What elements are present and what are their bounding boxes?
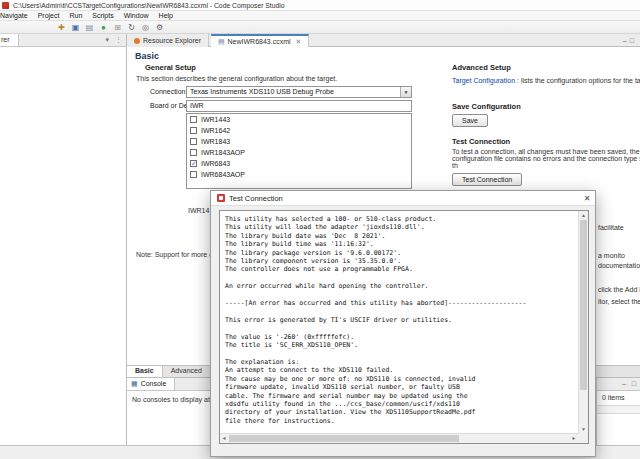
test-connection-button[interactable]: Test Connection	[452, 173, 522, 186]
target-configuration-link[interactable]: Target Configuration	[452, 77, 515, 84]
console-tab-label: Console	[141, 380, 167, 387]
checkbox-iwr1642[interactable]	[190, 127, 197, 134]
help-text-fragment: a monito	[598, 252, 625, 259]
new-file-icon[interactable]: ✚	[56, 22, 67, 33]
help-text-fragment: click the Add Bu	[598, 286, 640, 293]
device-list[interactable]: IWR1443IWR1642IWR1843IWR1843AOP✓IWR6843I…	[186, 113, 412, 189]
maximize-icon[interactable]: □	[630, 37, 637, 44]
tab-resource-explorer[interactable]: Resource Explorer	[127, 34, 209, 47]
menu-run[interactable]: Run	[64, 11, 87, 20]
checkbox-iwr1443[interactable]	[190, 116, 197, 123]
tab-close-icon[interactable]: ✕	[296, 38, 302, 46]
scroll-right-icon[interactable]: ►	[570, 434, 578, 443]
scrollbar-thumb[interactable]	[229, 435, 459, 442]
device-row-iwr6843aop[interactable]: IWR6843AOP	[187, 169, 411, 180]
problems-count: 0 items	[602, 394, 625, 401]
ccs-red-icon	[217, 194, 225, 202]
menu-project[interactable]: Project	[33, 11, 65, 20]
help-text-fragment: documentatio	[598, 262, 640, 269]
device-row-iwr6843[interactable]: ✓IWR6843	[187, 158, 411, 169]
window-titlebar: C:\Users\Admin\ti\CCSTargetConfiguration…	[0, 0, 640, 11]
test-connection-description: To test a connection, all changes must h…	[452, 148, 640, 169]
horizontal-scrollbar[interactable]: ◄ ►	[220, 433, 578, 443]
scroll-up-icon[interactable]: ▲	[579, 211, 588, 219]
resource-explorer-icon	[134, 38, 140, 44]
search-icon[interactable]: ◎	[140, 22, 151, 33]
debug-icon[interactable]: ●	[98, 22, 109, 33]
connection-value: Texas Instruments XDS110 USB Debug Probe	[190, 88, 334, 95]
vertical-scrollbar[interactable]: ▲ ▼	[578, 211, 588, 433]
device-row-iwr1843[interactable]: IWR1843	[187, 136, 411, 147]
window-title: C:\Users\Admin\ti\CCSTargetConfiguration…	[13, 2, 285, 9]
device-label: IWR6843AOP	[201, 171, 245, 178]
board-or-device-input[interactable]: IWR	[186, 100, 412, 112]
advanced-setup-text: Target Configuration : lists the configu…	[452, 77, 640, 84]
scrollbar-corner	[578, 433, 588, 443]
scroll-left-icon[interactable]: ◄	[220, 434, 228, 443]
device-row-iwr1443[interactable]: IWR1443	[187, 114, 411, 125]
menu-items: NavigateProjectRunScriptsWindowHelp	[0, 12, 178, 19]
dialog-titlebar[interactable]: Test Connection ✕	[211, 191, 595, 206]
tab-newiwr6843-ccxml[interactable]: ▤ NewIWR6843.ccxml ✕	[211, 34, 310, 47]
panel-stack-controls[interactable]: – □	[622, 380, 638, 387]
save-icon[interactable]: ▣	[70, 22, 81, 33]
general-setup-heading: General Setup	[145, 63, 196, 72]
tab-label: NewIWR6843.ccxml	[228, 38, 291, 45]
menu-navigate[interactable]: Navigate	[0, 11, 33, 20]
editor-tabbar: Resource Explorer ▤ NewIWR6843.ccxml ✕ –…	[127, 34, 640, 47]
project-explorer-tab[interactable]: rer	[0, 34, 19, 46]
toolbar-icons: ✚▣▤●⊞↻◎⚙	[56, 22, 165, 33]
checkbox-iwr6843[interactable]: ✓	[190, 160, 197, 167]
advanced-setup-heading: Advanced Setup	[452, 63, 511, 72]
project-explorer-header: rer ▾ ⋮	[0, 34, 126, 47]
device-row-iwr1642[interactable]: IWR1642	[187, 125, 411, 136]
minimize-icon[interactable]: –	[623, 37, 630, 44]
close-icon[interactable]: ✕	[579, 191, 595, 206]
refresh-icon[interactable]: ↻	[126, 22, 137, 33]
connection-log-text: This utility has selected a 100- or 510-…	[220, 211, 578, 433]
support-note: Note: Support for more d	[136, 251, 213, 258]
maximize-icon[interactable]: □	[632, 380, 638, 387]
scrollbar-thumb[interactable]	[580, 220, 587, 390]
test-connection-dialog: Test Connection ✕ This utility has selec…	[210, 190, 596, 457]
connection-label: Connection	[150, 88, 185, 95]
connection-log-area[interactable]: This utility has selected a 100- or 510-…	[219, 210, 589, 444]
checkbox-iwr1843[interactable]	[190, 138, 197, 145]
help-text-fragment: itor, select the p	[598, 298, 640, 305]
general-setup-description: This section describes the general confi…	[136, 75, 337, 82]
chevron-down-icon[interactable]: ▼	[400, 87, 411, 97]
checkbox-iwr1843aop[interactable]	[190, 149, 197, 156]
save-configuration-heading: Save Configuration	[452, 102, 521, 111]
settings-icon[interactable]: ⚙	[154, 22, 165, 33]
device-row-iwr1843aop[interactable]: IWR1843AOP	[187, 147, 411, 158]
scroll-down-icon[interactable]: ▼	[579, 425, 588, 433]
app-icon	[2, 2, 9, 9]
editor-stack-controls[interactable]: –□	[623, 37, 637, 44]
test-connection-heading: Test Connection	[452, 137, 510, 146]
target-configuration-link-suffix: : lists the configuration options for th…	[515, 77, 640, 84]
tab-label: Resource Explorer	[143, 37, 201, 44]
checkbox-iwr6843aop[interactable]	[190, 171, 197, 178]
save-all-icon[interactable]: ▤	[84, 22, 95, 33]
menu-scripts[interactable]: Scripts	[87, 11, 118, 20]
menu-help[interactable]: Help	[154, 11, 178, 20]
problems-header: – □	[597, 378, 640, 391]
problems-column-header	[597, 405, 640, 414]
device-label: IWR1642	[201, 127, 230, 134]
connection-dropdown[interactable]: Texas Instruments XDS110 USB Debug Probe…	[186, 86, 412, 98]
minimize-icon[interactable]: –	[622, 380, 628, 387]
menu-window[interactable]: Window	[119, 11, 154, 20]
dialog-title: Test Connection	[229, 194, 283, 203]
save-button[interactable]: Save	[452, 114, 488, 127]
menu-bar: NavigateProjectRunScriptsWindowHelp	[0, 11, 640, 21]
build-icon[interactable]: ⊞	[112, 22, 123, 33]
problems-panel: – □ 0 items	[596, 377, 640, 445]
tab-console[interactable]: ▦ Console	[127, 378, 175, 390]
device-info-fragment: IWR14	[188, 207, 209, 214]
device-label: IWR1843AOP	[201, 149, 245, 156]
view-toolbar-icons[interactable]: ▾ ⋮	[106, 36, 124, 44]
device-label: IWR1443	[201, 116, 230, 123]
device-label: IWR1843	[201, 138, 230, 145]
page-title: Basic	[135, 51, 159, 61]
help-text-fragment: facilitate	[598, 224, 624, 231]
